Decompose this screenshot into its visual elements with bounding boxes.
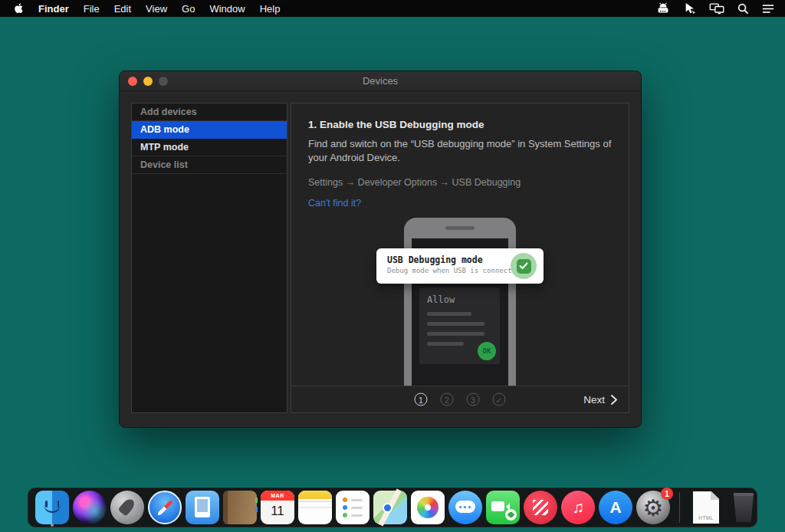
dock-item-facetime[interactable] [486,491,520,524]
launchpad-icon [110,491,144,524]
ok-button: OK [478,342,496,360]
dock-item-mail[interactable] [186,491,219,524]
sidebar-item-mtp-mode[interactable]: MTP mode [132,139,287,156]
close-button[interactable] [128,77,137,86]
dock-item-launchpad[interactable] [110,491,144,524]
dock-item-calendar[interactable]: MAR 11 [261,491,294,524]
menu-list-icon[interactable] [762,4,774,14]
desktop: Finder File Edit View Go Window Help [0,0,785,532]
menu-bar: Finder File Edit View Go Window Help [0,0,785,17]
step-2: 2 [441,393,454,406]
dock-item-music[interactable]: ♫ [561,491,595,524]
music-icon: ♫ [561,491,595,524]
calendar-day: 11 [261,501,294,522]
menu-item-edit[interactable]: Edit [114,3,131,15]
phone-illustration: Allow OK [404,218,516,386]
allow-dialog: Allow OK [419,287,500,364]
minimize-button[interactable] [143,77,153,86]
wizard-footer: 1 2 3 ✓ Next [291,386,629,412]
html-file-icon: HTML [693,491,719,524]
zoom-button [159,77,168,86]
android-device-icon[interactable] [655,2,671,15]
skeleton-line [427,332,484,336]
mail-icon [186,491,219,524]
cant-find-it-link[interactable]: Can't find it? [308,198,612,209]
calendar-month: MAR [261,491,294,501]
sidebar: Add devices ADB mode MTP mode Device lis… [131,103,287,413]
step-description: Find and switch on the “USB debugging mo… [308,137,612,165]
finder-icon [35,491,69,524]
trash-icon [732,493,755,522]
menu-app-name[interactable]: Finder [38,3,69,15]
sidebar-item-device-list[interactable]: Device list [132,156,287,174]
allow-dialog-title: Allow [427,294,492,305]
window-titlebar[interactable]: Devices [120,71,641,91]
dock-item-reminders[interactable] [336,491,370,524]
usb-debugging-tooltip: USB Debugging mode Debug mode when USB i… [376,248,544,284]
pointer-icon[interactable] [684,2,696,15]
maps-icon [373,491,407,524]
chevron-right-icon [610,394,618,405]
app-store-icon: A [599,491,632,524]
notification-badge: 1 [661,488,673,500]
search-icon[interactable] [737,3,749,15]
window-title: Devices [363,75,398,87]
step-indicator: 1 2 3 ✓ [415,393,506,406]
calendar-icon: MAR 11 [261,491,294,524]
main-panel: 1. Enable the USB Debugging mode Find an… [291,103,629,413]
dock-item-news[interactable] [524,491,557,524]
green-checkbox-icon [511,253,537,279]
reminders-icon [336,491,370,524]
dock-item-html-file[interactable]: HTML [689,491,723,524]
menu-item-go[interactable]: Go [182,3,195,15]
photos-icon [411,491,445,524]
dock-item-siri[interactable] [73,491,107,524]
menu-item-help[interactable]: Help [260,3,281,15]
dock-item-contacts[interactable] [223,491,257,524]
contacts-icon [223,491,257,524]
sidebar-item-add-devices[interactable]: Add devices [132,103,287,121]
phone-speaker [445,226,475,230]
apple-menu-icon[interactable] [14,3,24,15]
dock-item-trash[interactable] [727,491,760,524]
step-heading: 1. Enable the USB Debugging mode [308,119,612,130]
dock-item-notes[interactable] [298,491,332,524]
html-file-label: HTML [693,515,719,521]
dock: MAR 11 ♫ A ⚙ 1 HTML [28,488,757,527]
dock-item-messages[interactable] [448,491,482,524]
skeleton-line [427,312,471,316]
settings-breadcrumb: Settings → Developer Options → USB Debug… [308,177,612,188]
skeleton-line [427,322,484,326]
notes-icon [298,491,332,524]
safari-icon [148,491,182,524]
sidebar-item-adb-mode[interactable]: ADB mode [132,121,287,139]
dock-item-maps[interactable] [373,491,407,524]
skeleton-line [427,342,464,346]
dock-item-safari[interactable] [148,491,182,524]
traffic-lights [128,77,168,86]
step-3: 3 [467,393,480,406]
next-button[interactable]: Next [583,394,618,406]
dock-item-app-store[interactable]: A [599,491,632,524]
menu-item-file[interactable]: File [84,3,100,15]
menu-item-view[interactable]: View [146,3,167,15]
dock-item-system-preferences[interactable]: ⚙ 1 [636,491,670,524]
dock-divider [679,492,680,523]
dock-item-finder[interactable] [35,491,69,524]
menu-item-window[interactable]: Window [209,3,245,15]
siri-icon [73,491,107,524]
devices-window: Devices Add devices ADB mode MTP mode De… [119,71,642,428]
step-done: ✓ [493,393,506,406]
dock-item-photos[interactable] [411,491,445,524]
news-icon [524,491,557,524]
displays-icon[interactable] [709,2,724,15]
next-button-label: Next [583,394,605,406]
step-1: 1 [415,393,428,406]
messages-icon [448,491,482,524]
facetime-icon [486,491,520,524]
running-indicator [51,524,54,527]
